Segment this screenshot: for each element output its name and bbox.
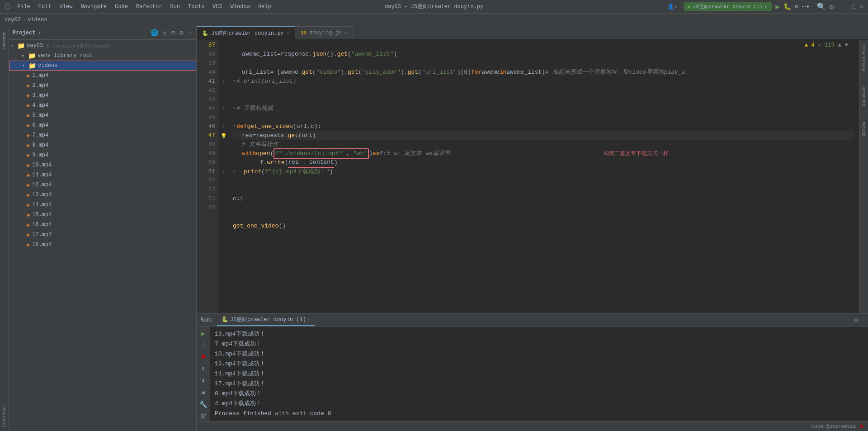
tree-6mp4[interactable]: ▶ 6.mp4 <box>9 120 196 130</box>
run-wrap-btn[interactable]: ⊟ <box>198 387 208 397</box>
menu-navigate[interactable]: Navigate <box>77 3 110 11</box>
bottom-panel: Run: 🐍 JS逆向crawler douyin (1) ✕ ⚙ − ▶ ↑ … <box>197 313 868 431</box>
run-scroll-up-btn[interactable]: ⬆ <box>198 364 208 374</box>
run-button[interactable]: ▶ <box>775 2 780 11</box>
window-controls: 👤▾ ▶ JS逆向crawler douyin (1) ▾ ▶ 🐛 ⊙ ⋯▾ 🔍… <box>665 2 863 11</box>
project-panel: Project ▾ 🌐 ⇅ ⊟ ⚙ − ▾ 📁 day03 E:\crawler… <box>9 26 197 431</box>
editor-info-down[interactable]: ▼ <box>845 41 848 50</box>
project-settings-btn[interactable]: ⚙ <box>179 28 184 38</box>
run-config-selector[interactable]: ▶ JS逆向crawler douyin (1) ▾ <box>684 2 772 11</box>
run-minimize-btn[interactable]: − <box>861 317 864 324</box>
close-button[interactable]: ✕ <box>860 3 863 10</box>
tab-js-close[interactable]: ✕ <box>344 30 347 36</box>
linenum-45: 45 <box>200 113 215 122</box>
tree-venv[interactable]: ▶ 📁 venv library root <box>9 51 196 61</box>
linenum-43: 43 <box>200 95 215 104</box>
code-line-55 <box>233 204 854 213</box>
tree-17mp4[interactable]: ▶ 17.mp4 <box>9 230 196 240</box>
tree-3mp4[interactable]: ▶ 3.mp4 <box>9 90 196 100</box>
file-13mp4: 13.mp4 <box>32 192 52 198</box>
code-38-str: "aweme_list" <box>351 50 394 59</box>
run-play-btn[interactable]: ▶ <box>198 328 208 338</box>
tree-4mp4[interactable]: ▶ 4.mp4 <box>9 100 196 110</box>
tree-5mp4[interactable]: ▶ 5.mp4 <box>9 110 196 120</box>
gutter-50 <box>219 158 228 167</box>
tree-9mp4[interactable]: ▶ 9.mp4 <box>9 150 196 160</box>
menu-run[interactable]: Run <box>166 3 184 11</box>
menu-refactor[interactable]: Refactor <box>132 3 166 11</box>
run-filter-btn[interactable]: 🔧 <box>198 399 208 409</box>
coverage-button[interactable]: ⊙ <box>795 3 798 10</box>
run-clear-btn[interactable]: 🗑 <box>198 411 208 421</box>
editor-info-up[interactable]: ▲ <box>838 41 841 50</box>
menu-window[interactable]: Window <box>227 3 254 11</box>
tree-7mp4[interactable]: ▶ 7.mp4 <box>9 130 196 140</box>
tab-js[interactable]: JS douying.js ✕ <box>295 26 353 39</box>
code-line-40: url_list = [ aweme . get ( "video" ). ge… <box>233 68 854 77</box>
tree-14mp4[interactable]: ▶ 14.mp4 <box>9 200 196 210</box>
tree-8mp4[interactable]: ▶ 8.mp4 <box>9 140 196 150</box>
run-scroll-down-btn[interactable]: ⬇ <box>198 375 208 385</box>
favorites-side-tab[interactable]: Favorites <box>1 402 8 431</box>
run-stop-btn[interactable]: ■ <box>198 352 208 362</box>
settings-button[interactable]: ⚙ <box>830 2 834 11</box>
project-close-btn[interactable]: − <box>187 28 193 38</box>
titlebar: ⬡ File Edit View Navigate Code Refactor … <box>0 0 868 14</box>
run-tab-close[interactable]: ✕ <box>308 317 311 322</box>
tab-py[interactable]: 🐍 JS逆向crawler douyin.py ✕ <box>197 26 295 39</box>
menu-edit[interactable]: Edit <box>35 3 55 11</box>
project-dropdown-arrow[interactable]: ▾ <box>38 30 41 36</box>
breadcrumb-videos[interactable]: videos <box>28 17 47 23</box>
run-tab-main[interactable]: 🐍 JS逆向crawler douyin (1) ✕ <box>217 314 315 326</box>
tree-15mp4[interactable]: ▶ 15.mp4 <box>9 210 196 220</box>
search-everywhere-button[interactable]: 🔍 <box>817 2 826 11</box>
run-rerun-btn[interactable]: ↑ <box>198 340 208 350</box>
file-3mp4: 3.mp4 <box>32 92 48 99</box>
tree-root[interactable]: ▾ 📁 day03 E:\crawler(爬虫)\day03 <box>9 41 196 51</box>
tree-1mp4[interactable]: ▶ 1.mp4 <box>9 71 196 81</box>
menu-view[interactable]: View <box>56 3 76 11</box>
gutter-39 <box>219 59 228 68</box>
project-expand-btn[interactable]: ⊟ <box>170 28 176 38</box>
tree-11mp4[interactable]: ▶ 11.mp4 <box>9 170 196 180</box>
tree-13mp4[interactable]: ▶ 13.mp4 <box>9 190 196 200</box>
tab-py-close[interactable]: ✕ <box>287 30 289 36</box>
linenum-51[interactable]: 51 <box>200 167 215 176</box>
menu-file[interactable]: File <box>14 3 34 11</box>
tree-10mp4[interactable]: ▶ 10.mp4 <box>9 160 196 170</box>
tree-16mp4[interactable]: ▶ 16.mp4 <box>9 220 196 230</box>
remote-host-tab[interactable]: Remote Host <box>861 42 867 74</box>
minimize-button[interactable]: — <box>845 3 849 10</box>
menu-vcs[interactable]: VCS <box>209 3 226 11</box>
maximize-button[interactable]: □ <box>852 3 856 10</box>
venv-label: venv library root <box>38 52 93 59</box>
tree-videos[interactable]: ▾ 📁 videos <box>9 61 196 71</box>
project-collapse-btn[interactable]: ⇅ <box>162 28 167 38</box>
gutter-37 <box>219 41 228 50</box>
breadcrumb-day03[interactable]: day03 <box>5 17 21 23</box>
tree-18mp4[interactable]: ▶ 18.mp4 <box>9 240 196 250</box>
status-icon[interactable]: ❤ <box>860 422 863 430</box>
tree-12mp4[interactable]: ▶ 12.mp4 <box>9 180 196 190</box>
linenum-46[interactable]: 46 <box>200 122 215 131</box>
database-tab[interactable]: Database <box>861 84 867 109</box>
mp4-icon-11: ▶ <box>27 172 30 179</box>
menu-help[interactable]: Help <box>255 3 275 11</box>
menu-tools[interactable]: Tools <box>184 3 208 11</box>
videos-label: videos <box>38 62 57 69</box>
code-38-p3: ) <box>394 50 397 59</box>
tree-2mp4[interactable]: ▶ 2.mp4 <box>9 81 196 90</box>
linenum-41[interactable]: 41 <box>200 77 215 86</box>
more-run-button[interactable]: ⋯▾ <box>802 3 810 10</box>
project-locate-btn[interactable]: 🌐 <box>150 28 159 38</box>
debug-button[interactable]: 🐛 <box>783 3 791 10</box>
sqview-tab[interactable]: SQView <box>861 119 867 139</box>
code-line-45 <box>233 113 854 122</box>
code-editor[interactable]: ▲ 4 ✓ 119 ▲ ▼ aweme_list = response . js… <box>228 40 859 313</box>
project-side-tab[interactable]: Project <box>1 28 8 52</box>
root-path: E:\crawler(爬虫)\day03 <box>47 43 110 49</box>
menu-code[interactable]: Code <box>111 3 132 11</box>
user-icon[interactable]: 👤▾ <box>665 3 680 10</box>
run-settings-btn[interactable]: ⚙ <box>854 316 858 324</box>
gutter-51: ▾ <box>219 167 228 176</box>
